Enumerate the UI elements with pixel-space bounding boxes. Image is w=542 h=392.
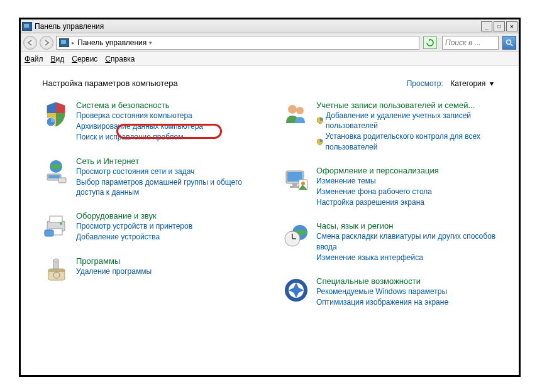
svg-point-16 bbox=[53, 259, 58, 261]
left-column: Система и безопасность Проверка состояни… bbox=[42, 101, 257, 307]
link-network-status[interactable]: Просмотр состояния сети и задач bbox=[76, 166, 257, 177]
svg-point-17 bbox=[288, 105, 297, 114]
view-selector: Просмотр: Категория ▾ bbox=[407, 79, 494, 88]
appearance-icon bbox=[282, 166, 310, 193]
category-system-security: Система и безопасность Проверка состояни… bbox=[42, 101, 257, 143]
link-add-device[interactable]: Добавление устройства bbox=[76, 232, 192, 242]
link-keyboard-layout[interactable]: Смена раскладки клавиатуры или других сп… bbox=[316, 231, 497, 251]
link-resolution[interactable]: Настройка разрешения экрана bbox=[316, 197, 439, 207]
link-clock-region[interactable]: Часы, язык и регион bbox=[316, 221, 497, 231]
printer-icon bbox=[42, 211, 70, 239]
link-troubleshoot[interactable]: Поиск и исправление проблем bbox=[76, 132, 203, 142]
shield-icon bbox=[316, 138, 324, 146]
svg-rect-8 bbox=[50, 216, 62, 222]
link-recommended-settings[interactable]: Рекомендуемые Windows параметры bbox=[316, 286, 448, 297]
menubar: Файл Вид Сервис Справка bbox=[21, 52, 519, 66]
link-backup[interactable]: Архивирование данных компьютера bbox=[76, 121, 203, 131]
category-hardware: Оборудование и звук Просмотр устройств и… bbox=[42, 211, 257, 242]
network-icon bbox=[42, 156, 70, 184]
close-button[interactable]: ✕ bbox=[506, 21, 517, 31]
svg-rect-5 bbox=[48, 175, 60, 178]
menu-file[interactable]: Файл bbox=[25, 55, 43, 63]
link-desktop-bg[interactable]: Изменение фона рабочего стола bbox=[316, 187, 439, 197]
category-accessibility: Специальные возможности Рекомендуемые Wi… bbox=[282, 276, 497, 307]
menu-edit[interactable]: Вид bbox=[51, 55, 65, 63]
link-users[interactable]: Учетные записи пользователей и семей... bbox=[316, 101, 497, 110]
address-bar[interactable]: ▸ Панель управления ▾ bbox=[56, 36, 419, 50]
svg-rect-13 bbox=[48, 269, 65, 272]
arrow-left-icon bbox=[27, 40, 33, 46]
svg-point-10 bbox=[60, 222, 62, 225]
refresh-icon bbox=[426, 39, 434, 46]
link-devices-printers[interactable]: Просмотр устройств и принтеров bbox=[76, 221, 192, 231]
refresh-button[interactable] bbox=[423, 36, 437, 49]
svg-point-18 bbox=[296, 107, 304, 114]
window-title: Панель управления bbox=[35, 22, 481, 31]
clock-icon bbox=[282, 221, 310, 249]
menu-view[interactable]: Сервис bbox=[72, 55, 97, 63]
link-add-remove-accounts[interactable]: Добавление и удаление учетных записей по… bbox=[326, 111, 497, 131]
category-network: Сеть и Интернет Просмотр состояния сети … bbox=[42, 156, 257, 198]
back-button[interactable] bbox=[23, 36, 37, 50]
link-homegroup[interactable]: Выбор параметров домашней группы и общег… bbox=[76, 177, 257, 197]
app-icon bbox=[22, 22, 32, 31]
search-input[interactable] bbox=[445, 38, 495, 47]
users-icon bbox=[282, 101, 310, 128]
link-network[interactable]: Сеть и Интернет bbox=[76, 156, 257, 166]
search-button[interactable] bbox=[502, 36, 516, 50]
category-users: Учетные записи пользователей и семей... … bbox=[282, 101, 497, 152]
link-parental-controls[interactable]: Установка родительского контроля для все… bbox=[326, 131, 497, 151]
forward-button[interactable] bbox=[40, 36, 53, 50]
content-area: Настройка параметров компьютера Просмотр… bbox=[21, 66, 519, 320]
view-dropdown[interactable]: Категория ▾ bbox=[450, 79, 494, 88]
link-programs[interactable]: Программы bbox=[76, 256, 152, 266]
svg-rect-6 bbox=[58, 178, 66, 183]
link-check-status[interactable]: Проверка состояния компьютера bbox=[76, 111, 203, 121]
search-icon bbox=[506, 39, 513, 46]
link-optimize-display[interactable]: Оптимизация изображения на экране bbox=[316, 297, 448, 307]
page-title: Настройка параметров компьютера bbox=[42, 79, 178, 88]
menu-tools[interactable]: Справка bbox=[105, 55, 135, 63]
breadcrumb-separator-icon: ▸ bbox=[72, 40, 75, 46]
svg-rect-11 bbox=[45, 230, 53, 236]
link-hardware[interactable]: Оборудование и звук bbox=[76, 211, 192, 220]
link-change-theme[interactable]: Изменение темы bbox=[316, 176, 439, 186]
category-programs: Программы Удаление программы bbox=[42, 256, 257, 284]
link-uninstall[interactable]: Удаление программы bbox=[76, 266, 152, 276]
shield-icon bbox=[42, 101, 70, 128]
programs-icon bbox=[42, 256, 70, 284]
svg-line-1 bbox=[511, 44, 512, 46]
address-text: Панель управления bbox=[77, 38, 147, 47]
link-appearance[interactable]: Оформление и персонализация bbox=[316, 166, 439, 175]
view-label: Просмотр: bbox=[407, 79, 443, 88]
category-appearance: Оформление и персонализация Изменение те… bbox=[282, 166, 497, 208]
right-column: Учетные записи пользователей и семей... … bbox=[282, 101, 497, 307]
minimize-button[interactable]: _ bbox=[481, 21, 492, 31]
arrow-right-icon bbox=[43, 40, 50, 46]
link-ui-language[interactable]: Изменение языка интерфейса bbox=[316, 253, 497, 263]
svg-point-24 bbox=[301, 182, 305, 185]
titlebar: Панель управления _ ☐ ✕ bbox=[21, 19, 519, 33]
search-box[interactable] bbox=[442, 36, 499, 50]
control-panel-icon bbox=[59, 38, 69, 47]
control-panel-window: Панель управления _ ☐ ✕ ▸ Панель управле… bbox=[19, 18, 521, 377]
link-accessibility[interactable]: Специальные возможности bbox=[316, 276, 448, 286]
link-system-security[interactable]: Система и безопасность bbox=[76, 101, 203, 110]
accessibility-icon bbox=[282, 276, 310, 304]
svg-rect-21 bbox=[292, 183, 297, 186]
content-header: Настройка параметров компьютера Просмотр… bbox=[42, 79, 497, 88]
categories-grid: Система и безопасность Проверка состояни… bbox=[42, 101, 497, 307]
nav-toolbar: ▸ Панель управления ▾ bbox=[21, 33, 519, 52]
category-clock: Часы, язык и регион Смена раскладки клав… bbox=[282, 221, 497, 263]
svg-point-0 bbox=[507, 40, 511, 44]
maximize-button[interactable]: ☐ bbox=[494, 21, 505, 31]
breadcrumb-dropdown-icon[interactable]: ▾ bbox=[149, 40, 152, 46]
shield-icon bbox=[316, 116, 324, 125]
